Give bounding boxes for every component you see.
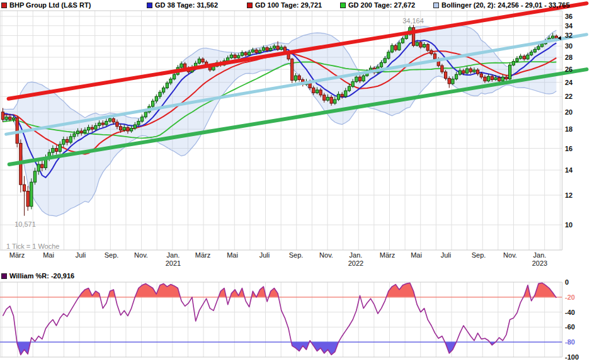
legend-label-williams: William %R: -20,916 <box>9 272 74 280</box>
svg-text:Jan.: Jan. <box>167 251 180 259</box>
svg-text:Sep.: Sep. <box>105 251 119 259</box>
legend-label-bollinger: Bollinger (20, 2): 24,256 - 29,01 - 33,7… <box>441 1 570 9</box>
svg-text:Jan.: Jan. <box>350 251 363 259</box>
svg-text:2023: 2023 <box>532 259 547 267</box>
svg-text:Mai: Mai <box>227 251 238 259</box>
price-series-swatch-icon <box>1 3 7 8</box>
svg-text:Juli: Juli <box>441 251 452 259</box>
svg-text:10: 10 <box>565 221 572 229</box>
svg-text:36: 36 <box>565 13 572 20</box>
svg-text:März: März <box>380 251 395 259</box>
svg-text:-100: -100 <box>565 353 579 361</box>
svg-text:2022: 2022 <box>348 259 363 267</box>
tick-note: 1 Tick = 1 Woche <box>6 242 59 250</box>
svg-text:-80: -80 <box>565 338 575 346</box>
svg-text:Mai: Mai <box>43 251 54 259</box>
svg-text:Nov.: Nov. <box>134 251 148 259</box>
svg-text:Nov.: Nov. <box>319 251 333 259</box>
time-axis: MärzMaiJuliSep.Nov.Jan.2021MärzMaiJuliSe… <box>9 251 547 267</box>
svg-text:28: 28 <box>565 54 572 61</box>
wr-axis: 0-20-40-60-80-100 <box>565 278 579 361</box>
svg-text:Juli: Juli <box>76 251 86 259</box>
svg-text:Juli: Juli <box>259 251 270 259</box>
gd100-swatch-icon <box>247 3 253 8</box>
svg-text:20: 20 <box>565 108 572 116</box>
legend-item-gd200: GD 200 Tage: 27,672 <box>340 1 415 9</box>
svg-text:26: 26 <box>565 65 572 73</box>
svg-text:34: 34 <box>565 22 573 30</box>
gd200-swatch-icon <box>340 3 346 8</box>
legend-item-gd38: GD 38 Tage: 31,562 <box>147 1 218 9</box>
svg-text:-60: -60 <box>565 323 575 331</box>
svg-text:Nov.: Nov. <box>503 251 517 259</box>
legend-label-gd100: GD 100 Tage: 29,721 <box>255 1 322 9</box>
svg-text:16: 16 <box>565 145 572 152</box>
stock-chart-app: 34,16410,5711 Tick = 1 Woche363432302826… <box>0 0 592 364</box>
wr-overbought-fill <box>3 283 557 355</box>
legend-label-price: BHP Group Ltd (L&S RT) <box>9 1 91 9</box>
williams-swatch-icon <box>1 273 7 279</box>
svg-text:24: 24 <box>565 79 573 86</box>
legend-item-bollinger: Bollinger (20, 2): 24,256 - 29,01 - 33,7… <box>433 1 570 9</box>
svg-text:-40: -40 <box>565 309 575 316</box>
svg-text:22: 22 <box>565 93 572 100</box>
legend-item-gd100: GD 100 Tage: 29,721 <box>247 1 322 9</box>
legend-label-gd200: GD 200 Tage: 27,672 <box>348 1 415 9</box>
svg-text:18: 18 <box>565 125 572 133</box>
legend-item-price: BHP Group Ltd (L&S RT) <box>1 1 91 9</box>
price-axis: 3634323028262422201816141210 <box>565 13 573 229</box>
gd38-swatch-icon <box>147 3 152 8</box>
bollinger-swatch-icon <box>433 3 439 8</box>
low-annotation: 10,571 <box>14 220 36 228</box>
svg-text:Sep.: Sep. <box>289 251 304 259</box>
svg-text:14: 14 <box>565 166 573 174</box>
svg-text:März: März <box>9 251 25 259</box>
legend-label-gd38: GD 38 Tage: 31,562 <box>155 1 218 9</box>
svg-text:Jan.: Jan. <box>533 251 547 259</box>
svg-text:Mai: Mai <box>411 251 422 259</box>
svg-text:32: 32 <box>565 31 572 39</box>
williams-legend: William %R: -20,916 <box>1 272 74 280</box>
svg-text:März: März <box>195 251 210 259</box>
svg-text:12: 12 <box>565 191 572 199</box>
svg-text:-20: -20 <box>565 293 575 301</box>
svg-text:Sep.: Sep. <box>472 251 486 259</box>
high-annotation: 34,164 <box>402 17 424 25</box>
svg-text:30: 30 <box>565 42 572 50</box>
svg-text:0: 0 <box>565 278 569 286</box>
svg-text:2021: 2021 <box>166 259 181 267</box>
chart-canvas[interactable]: 34,16410,5711 Tick = 1 Woche363432302826… <box>0 0 592 364</box>
